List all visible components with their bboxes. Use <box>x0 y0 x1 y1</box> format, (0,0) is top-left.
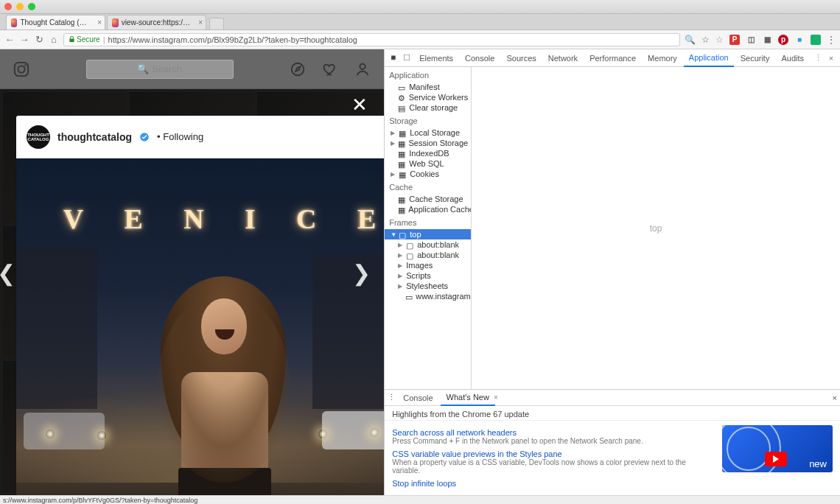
tree-item[interactable]: ▶▦Session Storage <box>385 138 471 148</box>
author-avatar[interactable]: THOUGHT CATALOG <box>27 125 50 149</box>
devtools-close-icon[interactable]: × <box>825 54 837 63</box>
drawer-tab-whatsnew[interactable]: What's New <box>441 390 495 406</box>
file-icon: ▭ <box>405 293 413 301</box>
post-photo[interactable]: V E N I C E <box>16 158 384 495</box>
tree-item[interactable]: ▦Application Cache <box>385 204 471 214</box>
pinterest-icon[interactable]: p <box>778 35 788 45</box>
home-icon[interactable]: ⌂ <box>49 34 59 45</box>
feature-item[interactable]: Search across all network headers Press … <box>392 428 715 445</box>
translate-icon[interactable]: ☆ <box>701 35 710 45</box>
tree-item[interactable]: ▶▦Local Storage <box>385 127 471 138</box>
tree-item[interactable]: ▶▦Cookies <box>385 169 471 179</box>
devtools-tab-sources[interactable]: Sources <box>501 49 541 67</box>
post-modal: THOUGHT CATALOG thoughtcatalog • Followi… <box>16 116 384 495</box>
explore-icon[interactable] <box>290 61 306 77</box>
svg-point-1 <box>18 66 24 72</box>
devtools-tab-audits[interactable]: Audits <box>776 49 809 67</box>
tree-item[interactable]: ▶▢about:blank <box>385 250 471 260</box>
tree-item[interactable]: ▦IndexedDB <box>385 148 471 158</box>
activity-heart-icon[interactable] <box>322 61 338 77</box>
tree-item[interactable]: ▶Images <box>385 260 471 270</box>
address-bar[interactable]: Secure | https://www.instagram.com/p/Blx… <box>63 33 680 46</box>
browser-tab[interactable]: view-source:https://www.insta × <box>107 15 206 29</box>
devtools-tab-console[interactable]: Console <box>460 49 500 67</box>
svg-point-4 <box>360 63 365 69</box>
extension-icon[interactable]: ▦ <box>762 35 772 45</box>
author-username[interactable]: thoughtcatalog <box>57 131 132 143</box>
browser-tab-strip: Thought Catalog (@thoughtca × view-sourc… <box>0 14 840 30</box>
following-label[interactable]: • Following <box>157 131 203 142</box>
next-photo-arrow-icon[interactable]: ❯ <box>352 259 371 285</box>
feature-item[interactable]: Stop infinite loops <box>392 479 715 488</box>
frames-main-label: top <box>650 223 662 234</box>
status-url: s://www.instagram.com/p/BlvYFtVg0GS/?tak… <box>3 497 197 504</box>
tree-item[interactable]: ▭www.instagram.com/ <box>385 291 471 301</box>
application-sidebar[interactable]: Application ▭Manifest ⚙Service Workers ▤… <box>385 67 472 389</box>
page-viewport: 🔍 Search ✕ ❮ ❯ THOUGHT CATALOG thoughtca… <box>0 49 384 495</box>
forward-icon[interactable]: → <box>19 34 29 45</box>
tree-item[interactable]: ▶Stylesheets <box>385 281 471 291</box>
promo-label: new <box>809 458 827 469</box>
db-icon: ▦ <box>398 150 406 158</box>
toolbar-right: 🔍 ☆ ☆ P ◫ ▦ p ■ ⋮ <box>685 35 836 45</box>
reload-icon[interactable]: ↻ <box>34 34 44 45</box>
tree-section-frames: Frames <box>385 214 471 229</box>
feature-item[interactable]: CSS variable value previews in the Style… <box>392 449 715 475</box>
devtools-panel: ◾ ☐ Elements Console Sources Network Per… <box>384 49 840 495</box>
chrome-menu-icon[interactable]: ⋮ <box>827 35 836 45</box>
search-icon: 🔍 <box>137 63 149 74</box>
devtools-tab-memory[interactable]: Memory <box>643 49 682 67</box>
drawer-tab-close-icon[interactable]: × <box>494 393 498 402</box>
tree-item[interactable]: ▤Clear storage <box>385 102 471 113</box>
extension-icon[interactable]: ■ <box>794 35 805 45</box>
devtools-more-icon[interactable]: ⋮ <box>812 53 824 63</box>
devtools-tab-elements[interactable]: Elements <box>414 49 458 67</box>
devtools-tab-application[interactable]: Application <box>684 49 734 67</box>
pinterest-ext-icon[interactable]: P <box>729 35 740 45</box>
youtube-play-icon <box>765 452 787 466</box>
db-icon: ▦ <box>399 129 407 137</box>
profile-icon[interactable] <box>354 61 371 77</box>
zoom-icon[interactable]: 🔍 <box>685 35 696 45</box>
venice-sign: V E N I C E <box>16 203 384 235</box>
extension-icon[interactable]: ◫ <box>746 35 756 45</box>
tree-item[interactable]: ▶▢about:blank <box>385 239 471 250</box>
drawer-menu-icon[interactable]: ⋮ <box>388 393 396 402</box>
browser-tab[interactable]: Thought Catalog (@thoughtca × <box>6 15 105 29</box>
clear-icon: ▤ <box>398 104 406 112</box>
tree-item[interactable]: ▶Scripts <box>385 270 471 281</box>
drawer-tabbar: ⋮ Console What's New × × <box>385 390 840 406</box>
back-icon[interactable]: ← <box>4 34 15 45</box>
new-tab-button[interactable] <box>209 18 224 29</box>
tab-close-icon[interactable]: × <box>97 18 102 27</box>
macos-titlebar <box>0 0 840 14</box>
window-max-dot[interactable] <box>28 3 35 10</box>
tree-item[interactable]: ▭Manifest <box>385 82 471 92</box>
secure-badge: Secure <box>69 35 100 43</box>
drawer-close-icon[interactable]: × <box>833 393 837 402</box>
instagram-logo-icon[interactable] <box>13 61 29 77</box>
tree-item[interactable]: ⚙Service Workers <box>385 92 471 102</box>
devtools-tab-security[interactable]: Security <box>735 49 775 67</box>
inspect-element-icon[interactable]: ◾ <box>388 53 399 63</box>
extension-icon[interactable] <box>811 35 821 45</box>
tree-section-application: Application <box>385 67 471 82</box>
tree-item[interactable]: ▦Web SQL <box>385 158 471 169</box>
db-icon: ▦ <box>398 160 406 168</box>
tab-close-icon[interactable]: × <box>198 18 203 27</box>
window-min-dot[interactable] <box>16 3 24 10</box>
tree-section-cache: Cache <box>385 179 471 194</box>
close-modal-icon[interactable]: ✕ <box>351 94 368 116</box>
window-close-dot[interactable] <box>4 3 12 10</box>
bookmark-icon[interactable]: ☆ <box>715 35 724 45</box>
prev-photo-arrow-icon[interactable]: ❮ <box>0 259 15 285</box>
devtools-tab-network[interactable]: Network <box>543 49 583 67</box>
devtools-tab-performance[interactable]: Performance <box>584 49 641 67</box>
device-toggle-icon[interactable]: ☐ <box>401 53 413 63</box>
tree-item-top[interactable]: ▼▢top <box>385 229 471 239</box>
instagram-search[interactable]: 🔍 Search <box>86 60 234 79</box>
whats-new-promo[interactable]: new <box>722 425 833 472</box>
db-icon: ▦ <box>398 139 405 147</box>
drawer-tab-console[interactable]: Console <box>397 390 438 406</box>
tree-item[interactable]: ▦Cache Storage <box>385 194 471 204</box>
